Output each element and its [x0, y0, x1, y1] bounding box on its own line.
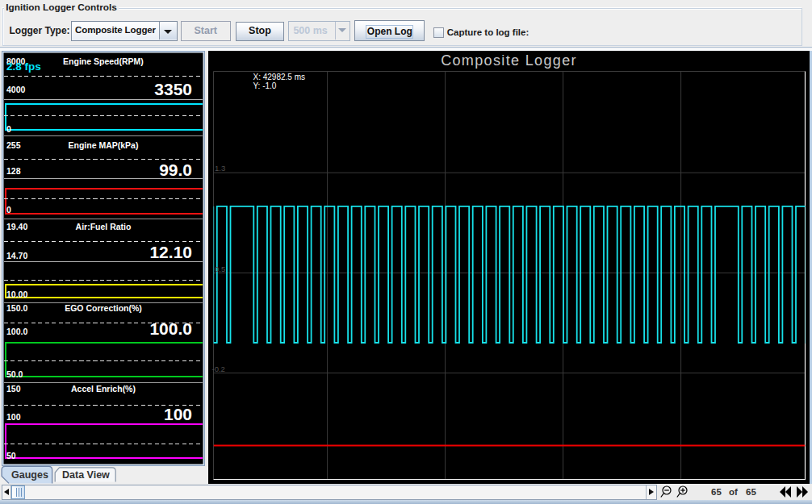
svg-text:-0.2: -0.2	[212, 364, 225, 373]
svg-text:Gauges: Gauges	[11, 469, 48, 481]
svg-text:0.5: 0.5	[215, 264, 225, 273]
svg-text:X: 42982.5 ms: X: 42982.5 ms	[253, 72, 305, 81]
svg-text:1.3: 1.3	[215, 164, 225, 173]
svg-text:Y: -1.0: Y: -1.0	[253, 81, 277, 90]
svg-text:Data View: Data View	[62, 469, 110, 481]
